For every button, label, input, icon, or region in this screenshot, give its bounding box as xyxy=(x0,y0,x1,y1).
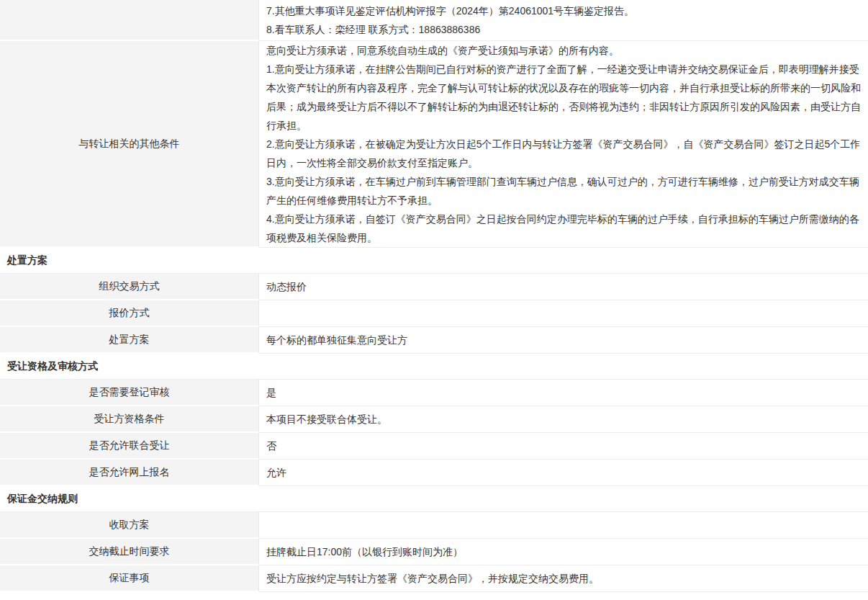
conditions-item-4: 4.意向受让方须承诺，自签订《资产交易合同》之日起按合同约定办理完毕标的车辆的过… xyxy=(266,210,861,247)
row-value-other-conditions: 意向受让方须承诺，同意系统自动生成的《资产受让须知与承诺》的所有内容。 1.意向… xyxy=(259,41,868,248)
table-row-joint-transfer-allowed: 是否允许联合受让 否 xyxy=(0,433,868,460)
table-row-trade-organization-method: 组织交易方式 动态报价 xyxy=(0,274,868,300)
row-label-other-conditions: 与转让相关的其他条件 xyxy=(0,41,259,248)
table-row-transferee-qualification-conditions: 受让方资格条件 本项目不接受联合体受让。 xyxy=(0,406,868,433)
row-value: 否 xyxy=(259,433,868,460)
row-label: 交纳截止时间要求 xyxy=(0,539,259,565)
row-value xyxy=(259,512,868,539)
row-label: 受让方资格条件 xyxy=(0,406,259,433)
conditions-intro: 意向受让方须承诺，同意系统自动生成的《资产受让须知与承诺》的所有内容。 xyxy=(266,41,861,60)
asset-listing-detail-table: 7.其他重大事项详见鉴定评估机构评报字（2024年）第24061001号车辆鉴定… xyxy=(0,0,868,592)
row-value: 允许 xyxy=(259,460,868,486)
table-row-payment-deadline: 交纳截止时间要求 挂牌截止日17:00前（以银行到账时间为准） xyxy=(0,539,868,565)
row-label: 是否需要登记审核 xyxy=(0,380,259,406)
row-value xyxy=(259,300,868,327)
conditions-item-2: 2.意向受让方须承诺，在被确定为受让方次日起5个工作日内与转让方签署《资产交易合… xyxy=(266,135,861,172)
row-label: 保证事项 xyxy=(0,565,259,592)
row-value: 本项目不接受联合体受让。 xyxy=(259,406,868,433)
section-header-deposit-rules: 保证金交纳规则 xyxy=(0,486,868,512)
section-header-disposal-plan: 处置方案 xyxy=(0,248,868,274)
row-label: 是否允许联合受让 xyxy=(0,433,259,460)
row-value: 每个标的都单独征集意向受让方 xyxy=(259,327,868,354)
table-row-registration-review-required: 是否需要登记审核 是 xyxy=(0,380,868,406)
row-value: 挂牌截止日17:00前（以银行到账时间为准） xyxy=(259,539,868,565)
row-value-other-disclosure: 7.其他重大事项详见鉴定评估机构评报字（2024年）第24061001号车辆鉴定… xyxy=(259,0,868,41)
row-label: 组织交易方式 xyxy=(0,274,259,300)
table-row-collection-plan: 收取方案 xyxy=(0,512,868,539)
table-row-guarantee-matters: 保证事项 受让方应按约定与转让方签署《资产交易合同》，并按规定交纳交易费用。 xyxy=(0,565,868,592)
section-title-disposal-plan: 处置方案 xyxy=(7,254,48,267)
table-row-quotation-method: 报价方式 xyxy=(0,300,868,327)
table-row-other-disclosure: 7.其他重大事项详见鉴定评估机构评报字（2024年）第24061001号车辆鉴定… xyxy=(0,0,868,41)
row-label: 处置方案 xyxy=(0,327,259,354)
row-label-empty xyxy=(0,0,259,41)
table-row-other-conditions: 与转让相关的其他条件 意向受让方须承诺，同意系统自动生成的《资产受让须知与承诺》… xyxy=(0,41,868,248)
conditions-item-1: 1.意向受让方须承诺，在挂牌公告期间已自行对标的资产进行了全面了解，一经递交受让… xyxy=(266,60,861,135)
row-value: 是 xyxy=(259,380,868,406)
disclosure-line-8: 8.看车联系人：栾经理 联系方式：18863886386 xyxy=(266,20,861,39)
row-label: 是否允许网上报名 xyxy=(0,460,259,486)
section-title-transferee-qualification: 受让资格及审核方式 xyxy=(7,360,98,373)
section-title-deposit-rules: 保证金交纳规则 xyxy=(7,493,78,506)
section-header-transferee-qualification: 受让资格及审核方式 xyxy=(0,354,868,380)
conditions-item-3: 3.意向受让方须承诺，在车辆过户前到车辆管理部门查询车辆过户信息，确认可过户的，… xyxy=(266,172,861,210)
table-row-online-registration-allowed: 是否允许网上报名 允许 xyxy=(0,460,868,486)
row-value: 受让方应按约定与转让方签署《资产交易合同》，并按规定交纳交易费用。 xyxy=(259,565,868,592)
table-row-disposal-plan: 处置方案 每个标的都单独征集意向受让方 xyxy=(0,327,868,354)
row-value: 动态报价 xyxy=(259,274,868,300)
disclosure-line-7: 7.其他重大事项详见鉴定评估机构评报字（2024年）第24061001号车辆鉴定… xyxy=(266,1,861,20)
row-label: 报价方式 xyxy=(0,300,259,327)
row-label: 收取方案 xyxy=(0,512,259,539)
